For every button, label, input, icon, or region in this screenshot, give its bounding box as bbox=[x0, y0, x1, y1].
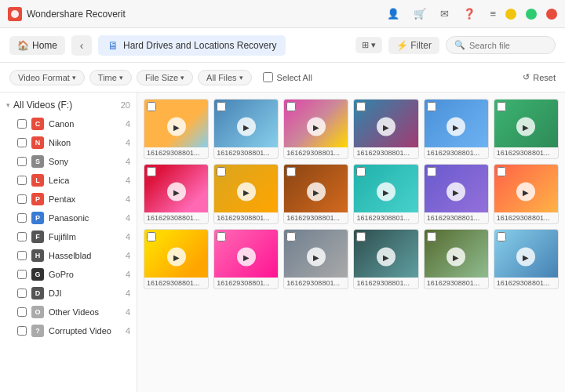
play-button-4[interactable]: ▶ bbox=[447, 118, 465, 136]
sidebar-checkbox-2[interactable] bbox=[17, 157, 27, 166]
video-thumbnail[interactable]: ▶ 161629308801... bbox=[213, 99, 279, 159]
play-button-10[interactable]: ▶ bbox=[447, 183, 465, 201]
play-button-0[interactable]: ▶ bbox=[167, 118, 186, 136]
thumb-checkbox-12[interactable] bbox=[147, 232, 156, 241]
video-thumbnail[interactable]: ▶ 161629308801... bbox=[283, 164, 348, 224]
sidebar-checkbox-0[interactable] bbox=[17, 119, 27, 129]
video-thumbnail[interactable]: ▶ 161629308801... bbox=[353, 164, 418, 224]
thumb-checkbox-4[interactable] bbox=[427, 102, 436, 111]
play-button-11[interactable]: ▶ bbox=[516, 183, 535, 201]
file-size-filter[interactable]: File Size ▾ bbox=[137, 70, 193, 85]
play-button-5[interactable]: ▶ bbox=[516, 118, 535, 136]
thumb-checkbox-14[interactable] bbox=[286, 232, 296, 241]
sidebar-checkbox-5[interactable] bbox=[17, 213, 27, 223]
grid-view-toggle[interactable]: ⊞ ▾ bbox=[355, 37, 382, 53]
sidebar-item-fujifilm[interactable]: F Fujifilm 4 bbox=[0, 227, 137, 246]
thumb-checkbox-0[interactable] bbox=[147, 102, 156, 111]
reset-button[interactable]: ↺ Reset bbox=[523, 72, 556, 82]
play-button-9[interactable]: ▶ bbox=[377, 183, 396, 201]
thumb-checkbox-2[interactable] bbox=[286, 102, 296, 111]
thumb-checkbox-10[interactable] bbox=[427, 167, 436, 176]
home-button[interactable]: 🏠 Home bbox=[9, 36, 65, 55]
user-icon[interactable]: 👤 bbox=[387, 8, 399, 20]
thumb-checkbox-1[interactable] bbox=[217, 102, 226, 111]
thumb-checkbox-6[interactable] bbox=[147, 167, 156, 176]
select-all-checkbox[interactable] bbox=[263, 72, 273, 82]
select-all-checkbox-row[interactable]: Select All bbox=[263, 72, 312, 82]
filter-button[interactable]: ⚡ Filter bbox=[388, 37, 439, 54]
video-thumbnail[interactable]: ▶ 161629308801... bbox=[144, 99, 209, 159]
thumb-checkbox-9[interactable] bbox=[356, 167, 366, 176]
play-button-2[interactable]: ▶ bbox=[307, 118, 326, 136]
thumb-checkbox-5[interactable] bbox=[497, 102, 506, 111]
sidebar-item-leica[interactable]: L Leica 4 bbox=[0, 171, 137, 190]
thumb-checkbox-15[interactable] bbox=[356, 232, 366, 241]
play-button-17[interactable]: ▶ bbox=[516, 248, 535, 267]
close-button[interactable] bbox=[546, 9, 557, 20]
sidebar-checkbox-10[interactable] bbox=[17, 307, 27, 317]
sidebar-checkbox-6[interactable] bbox=[17, 232, 27, 241]
thumb-checkbox-13[interactable] bbox=[217, 232, 226, 241]
video-thumbnail[interactable]: ▶ 161629308801... bbox=[424, 229, 489, 289]
all-files-filter[interactable]: All Files ▾ bbox=[198, 70, 252, 85]
play-button-8[interactable]: ▶ bbox=[307, 183, 326, 201]
thumb-checkbox-7[interactable] bbox=[217, 167, 226, 176]
play-button-6[interactable]: ▶ bbox=[167, 183, 186, 201]
video-thumbnail[interactable]: ▶ 161629308801... bbox=[144, 164, 209, 224]
sidebar-checkbox-8[interactable] bbox=[17, 270, 27, 279]
video-thumbnail[interactable]: ▶ 161629308801... bbox=[283, 99, 348, 159]
play-button-7[interactable]: ▶ bbox=[237, 183, 256, 201]
thumb-label-12: 161629308801... bbox=[144, 278, 208, 289]
help-icon[interactable]: ❓ bbox=[463, 8, 476, 20]
sidebar-item-corrupted-video[interactable]: ? Corrupted Video 4 bbox=[0, 321, 137, 340]
sidebar-item-gopro[interactable]: G GoPro 4 bbox=[0, 265, 137, 284]
video-thumbnail[interactable]: ▶ 161629308801... bbox=[424, 99, 489, 159]
video-thumbnail[interactable]: ▶ 161629308801... bbox=[424, 164, 489, 224]
sidebar-checkbox-11[interactable] bbox=[17, 326, 27, 336]
sidebar-item-nikon[interactable]: N Nikon 4 bbox=[0, 133, 137, 152]
menu-icon[interactable]: ≡ bbox=[490, 8, 496, 20]
play-button-3[interactable]: ▶ bbox=[377, 118, 396, 136]
play-button-1[interactable]: ▶ bbox=[237, 118, 256, 136]
sidebar-checkbox-7[interactable] bbox=[17, 251, 27, 260]
thumb-checkbox-11[interactable] bbox=[497, 167, 506, 176]
sidebar-item-other-videos[interactable]: O Other Videos 4 bbox=[0, 303, 137, 321]
sidebar-root[interactable]: ▾ All Videos (F:) 20 bbox=[0, 96, 137, 114]
back-button[interactable]: ‹ bbox=[71, 35, 92, 56]
time-filter[interactable]: Time ▾ bbox=[89, 70, 132, 85]
thumb-checkbox-17[interactable] bbox=[497, 232, 506, 241]
sidebar-checkbox-4[interactable] bbox=[17, 194, 27, 204]
video-thumbnail[interactable]: ▶ 161629308801... bbox=[353, 99, 418, 159]
sidebar-item-dji[interactable]: D DJI 4 bbox=[0, 284, 137, 303]
sidebar-item-panasonic[interactable]: P Panasonic 4 bbox=[0, 209, 137, 227]
video-thumbnail[interactable]: ▶ 161629308801... bbox=[494, 99, 559, 159]
sidebar-item-sony[interactable]: S Sony 4 bbox=[0, 152, 137, 171]
minimize-button[interactable] bbox=[505, 9, 516, 20]
video-thumbnail[interactable]: ▶ 161629308801... bbox=[213, 164, 279, 224]
search-input[interactable] bbox=[469, 41, 547, 50]
video-thumbnail[interactable]: ▶ 161629308801... bbox=[353, 229, 418, 289]
video-thumbnail[interactable]: ▶ 161629308801... bbox=[494, 229, 559, 289]
play-button-13[interactable]: ▶ bbox=[237, 248, 256, 267]
play-button-15[interactable]: ▶ bbox=[377, 248, 396, 267]
thumb-checkbox-8[interactable] bbox=[286, 167, 296, 176]
cart-icon[interactable]: 🛒 bbox=[414, 8, 426, 20]
sidebar-checkbox-3[interactable] bbox=[17, 176, 27, 185]
video-format-filter[interactable]: Video Format ▾ bbox=[9, 70, 85, 85]
sidebar-item-pentax[interactable]: P Pentax 4 bbox=[0, 190, 137, 209]
thumb-checkbox-3[interactable] bbox=[356, 102, 366, 111]
play-button-12[interactable]: ▶ bbox=[167, 248, 186, 267]
sidebar-checkbox-1[interactable] bbox=[17, 138, 27, 147]
video-thumbnail[interactable]: ▶ 161629308801... bbox=[144, 229, 209, 289]
mail-icon[interactable]: ✉ bbox=[440, 8, 449, 20]
play-button-14[interactable]: ▶ bbox=[307, 248, 326, 267]
sidebar-checkbox-9[interactable] bbox=[17, 289, 27, 298]
sidebar-item-canon[interactable]: C Canon 4 bbox=[0, 114, 137, 133]
thumb-checkbox-16[interactable] bbox=[427, 232, 436, 241]
video-thumbnail[interactable]: ▶ 161629308801... bbox=[283, 229, 348, 289]
maximize-button[interactable] bbox=[526, 9, 537, 20]
sidebar-item-hasselblad[interactable]: H Hasselblad 4 bbox=[0, 246, 137, 265]
video-thumbnail[interactable]: ▶ 161629308801... bbox=[213, 229, 279, 289]
play-button-16[interactable]: ▶ bbox=[447, 248, 465, 267]
video-thumbnail[interactable]: ▶ 161629308801... bbox=[494, 164, 559, 224]
